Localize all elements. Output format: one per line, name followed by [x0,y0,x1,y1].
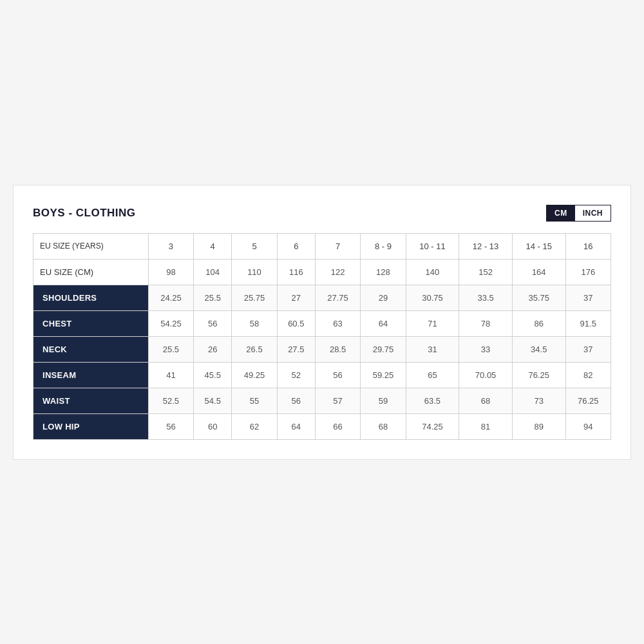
cell: 63.5 [406,388,459,413]
cell: 49.25 [232,362,277,388]
cell: 35.75 [512,285,565,310]
cell: 68 [361,413,406,439]
row-label: EU SIZE (CM) [33,259,149,285]
unit-toggle[interactable]: CM INCH [546,205,611,222]
col-header-3: 3 [148,233,193,259]
cell: 86 [512,310,565,336]
cell: 176 [565,259,611,285]
cell: 33.5 [459,285,513,310]
main-container: BOYS - CLOTHING CM INCH EU SIZE (YEARS) … [13,185,631,460]
cell: 56 [194,310,232,336]
table-row: WAIST 52.5 54.5 55 56 57 59 63.5 68 73 7… [33,388,611,413]
table-row: INSEAM 41 45.5 49.25 52 56 59.25 65 70.0… [33,362,611,388]
cell: 25.5 [194,285,232,310]
cell: 27 [277,285,315,310]
cell: 70.05 [459,362,513,388]
cell: 55 [232,388,277,413]
table-row: SHOULDERS 24.25 25.5 25.75 27 27.75 29 3… [33,285,611,310]
cell: 27.5 [277,336,315,362]
col-header-16: 16 [565,233,611,259]
cell: 31 [406,336,459,362]
cell: 74.25 [406,413,459,439]
cell: 63 [315,310,360,336]
cell: 56 [148,413,193,439]
table-row: CHEST 54.25 56 58 60.5 63 64 71 78 86 91… [33,310,611,336]
cell: 29.75 [361,336,406,362]
col-header-label: EU SIZE (YEARS) [33,233,149,259]
cell: 140 [406,259,459,285]
cell: 89 [512,413,565,439]
cell: 59 [361,388,406,413]
cell: 94 [565,413,611,439]
cell: 81 [459,413,513,439]
cell: 41 [148,362,193,388]
col-header-14-15: 14 - 15 [512,233,565,259]
cell: 24.25 [148,285,193,310]
cell: 91.5 [565,310,611,336]
cell: 164 [512,259,565,285]
table-row: NECK 25.5 26 26.5 27.5 28.5 29.75 31 33 … [33,336,611,362]
col-header-6: 6 [277,233,315,259]
cell: 54.25 [148,310,193,336]
cell: 59.25 [361,362,406,388]
cell: 52 [277,362,315,388]
cell: 82 [565,362,611,388]
cm-button[interactable]: CM [547,205,575,221]
table-row: EU SIZE (CM) 98 104 110 116 122 128 140 … [33,259,611,285]
cell: 104 [194,259,232,285]
cell: 110 [232,259,277,285]
cell: 27.75 [315,285,360,310]
cell: 73 [512,388,565,413]
cell: 58 [232,310,277,336]
cell: 66 [315,413,360,439]
column-header-row: EU SIZE (YEARS) 3 4 5 6 7 8 - 9 10 - 11 … [33,233,611,259]
cell: 37 [565,285,611,310]
cell: 52.5 [148,388,193,413]
cell: 116 [277,259,315,285]
cell: 29 [361,285,406,310]
row-label-low-hip: LOW HIP [33,413,149,439]
cell: 26.5 [232,336,277,362]
cell: 64 [277,413,315,439]
cell: 128 [361,259,406,285]
cell: 34.5 [512,336,565,362]
cell: 54.5 [194,388,232,413]
cell: 30.75 [406,285,459,310]
cell: 62 [232,413,277,439]
cell: 60.5 [277,310,315,336]
cell: 78 [459,310,513,336]
cell: 152 [459,259,513,285]
cell: 28.5 [315,336,360,362]
table-row: LOW HIP 56 60 62 64 66 68 74.25 81 89 94 [33,413,611,439]
cell: 57 [315,388,360,413]
col-header-4: 4 [194,233,232,259]
cell: 37 [565,336,611,362]
cell: 33 [459,336,513,362]
cell: 25.5 [148,336,193,362]
size-table: EU SIZE (YEARS) 3 4 5 6 7 8 - 9 10 - 11 … [33,233,611,440]
col-header-8-9: 8 - 9 [361,233,406,259]
row-label-chest: CHEST [33,310,149,336]
cell: 122 [315,259,360,285]
col-header-12-13: 12 - 13 [459,233,513,259]
cell: 65 [406,362,459,388]
cell: 98 [148,259,193,285]
col-header-7: 7 [315,233,360,259]
col-header-10-11: 10 - 11 [406,233,459,259]
cell: 76.25 [565,388,611,413]
cell: 76.25 [512,362,565,388]
inch-button[interactable]: INCH [575,205,611,221]
cell: 56 [277,388,315,413]
page-title: BOYS - CLOTHING [33,207,136,220]
row-label-inseam: INSEAM [33,362,149,388]
row-label-shoulders: SHOULDERS [33,285,149,310]
cell: 26 [194,336,232,362]
cell: 64 [361,310,406,336]
cell: 25.75 [232,285,277,310]
row-label-neck: NECK [33,336,149,362]
cell: 56 [315,362,360,388]
cell: 45.5 [194,362,232,388]
header-section: BOYS - CLOTHING CM INCH [33,205,611,222]
cell: 68 [459,388,513,413]
cell: 71 [406,310,459,336]
